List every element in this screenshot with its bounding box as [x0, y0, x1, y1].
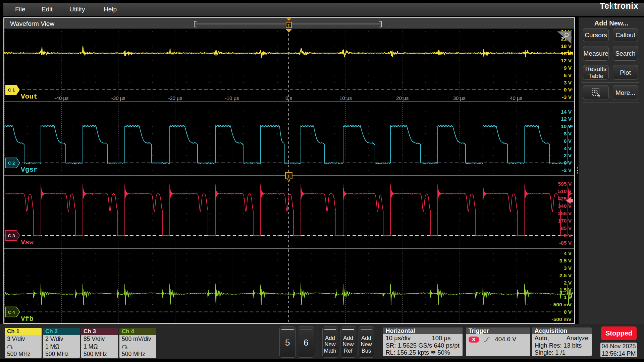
- svg-text:0 V: 0 V: [564, 309, 572, 315]
- svg-text:T: T: [432, 351, 434, 354]
- svg-text:C 2: C 2: [8, 161, 15, 166]
- svg-text:10 µs: 10 µs: [339, 95, 352, 101]
- svg-text:14 V: 14 V: [561, 109, 572, 115]
- svg-text:C 4: C 4: [8, 310, 15, 315]
- svg-text:-40 µs: -40 µs: [54, 95, 68, 101]
- svg-text:-85 V: -85 V: [559, 240, 572, 246]
- svg-text:4 V: 4 V: [564, 250, 572, 256]
- svg-text:Vsw: Vsw: [21, 239, 34, 246]
- svg-text:T: T: [287, 174, 290, 179]
- svg-text:Vout: Vout: [21, 93, 38, 101]
- svg-text:18 V: 18 V: [561, 43, 572, 49]
- svg-text:10 V: 10 V: [561, 123, 572, 129]
- svg-text:0 s: 0 s: [285, 95, 292, 101]
- svg-text:9 V: 9 V: [564, 65, 572, 71]
- svg-text:C 1: C 1: [8, 87, 15, 93]
- svg-text:Vgsr: Vgsr: [21, 166, 38, 174]
- svg-text:1 V: 1 V: [564, 294, 572, 300]
- svg-text:85 V: 85 V: [561, 225, 572, 231]
- svg-text:-3 V: -3 V: [562, 94, 572, 100]
- svg-text:40 µs: 40 µs: [510, 95, 522, 101]
- svg-text:500 mV: 500 mV: [553, 302, 572, 307]
- svg-text:12 V: 12 V: [561, 116, 572, 122]
- svg-text:3.5 V: 3.5 V: [559, 258, 572, 263]
- svg-text:170 V: 170 V: [558, 218, 572, 224]
- svg-text:-10 µs: -10 µs: [225, 95, 239, 101]
- svg-text:20 µs: 20 µs: [396, 95, 409, 101]
- svg-text:Vfb: Vfb: [21, 315, 34, 323]
- svg-text:Waveform View: Waveform View: [10, 20, 54, 27]
- svg-text:3 V: 3 V: [564, 80, 572, 85]
- svg-text:-20 µs: -20 µs: [168, 95, 182, 101]
- svg-text:12 V: 12 V: [561, 58, 572, 63]
- svg-text:-500 mV: -500 mV: [552, 316, 572, 322]
- svg-text:-30 µs: -30 µs: [111, 95, 125, 101]
- svg-text:2.5 V: 2.5 V: [559, 273, 572, 278]
- svg-text:T: T: [287, 23, 290, 28]
- svg-text:0 V: 0 V: [564, 87, 572, 93]
- svg-text:6 V: 6 V: [564, 72, 572, 78]
- svg-text:595 V: 595 V: [558, 181, 572, 187]
- svg-text:255 V: 255 V: [558, 210, 572, 216]
- svg-text:30 µs: 30 µs: [453, 95, 466, 101]
- svg-text:C 3: C 3: [8, 233, 15, 238]
- svg-text:3 V: 3 V: [564, 265, 572, 271]
- svg-text:-2 V: -2 V: [562, 167, 572, 173]
